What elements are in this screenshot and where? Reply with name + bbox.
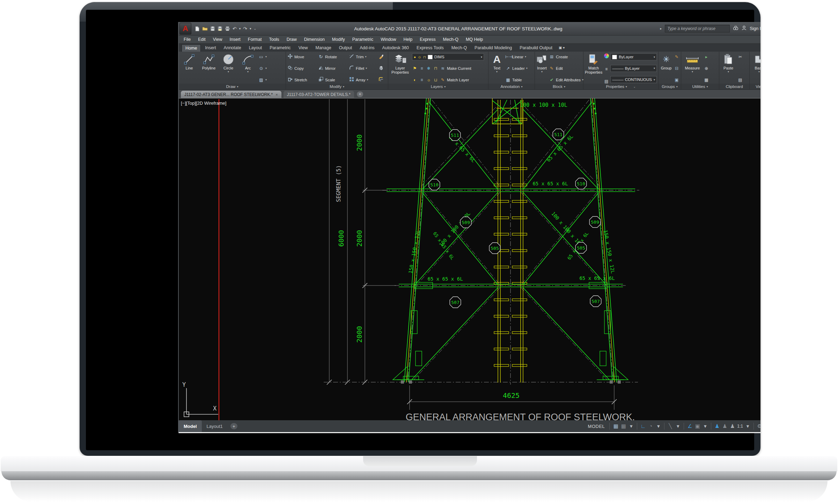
menu-dimension[interactable]: Dimension <box>304 37 325 42</box>
erase-icon[interactable] <box>378 54 384 60</box>
layer-freeze-icon[interactable]: ≡ <box>419 66 425 71</box>
leader-caret-icon[interactable]: ▾ <box>526 67 528 70</box>
edit-attributes-button[interactable]: ✔Edit Attributes▾ <box>549 76 583 83</box>
ribbon-tab-autodesk-360[interactable]: Autodesk 360 <box>379 44 412 52</box>
snap-caret-icon[interactable]: ▾ <box>628 422 634 431</box>
ribbon-tab-annotate[interactable]: Annotate <box>220 44 245 52</box>
rectangle-icon[interactable]: ▭ <box>258 54 264 59</box>
menu-modify[interactable]: Modify <box>332 37 345 42</box>
ribbon-tab-manage[interactable]: Manage <box>312 44 335 52</box>
isodraft-icon[interactable]: ╲ <box>667 422 673 431</box>
user-icon[interactable] <box>742 25 747 32</box>
copy-button[interactable]: Copy <box>287 65 317 72</box>
workspace-gear-icon[interactable]: ⚙ <box>757 422 760 431</box>
qat-menu-icon[interactable]: ⌄ <box>254 27 257 30</box>
object-snap-icon[interactable]: ▣ <box>694 422 700 431</box>
file-tab-active[interactable]: J1117-02-AT3 GENER... ROOF STEELWORK.* × <box>181 91 281 98</box>
ribbon-tab-insert[interactable]: Insert <box>201 44 219 52</box>
panel-title-layers[interactable]: Layers▾ <box>388 84 488 89</box>
menu-tools[interactable]: Tools <box>269 37 279 42</box>
menu-parametric[interactable]: Parametric <box>352 37 373 42</box>
layer-unisolate-icon[interactable]: ◐ <box>412 77 418 82</box>
circle-caret-icon[interactable]: ▾ <box>228 70 229 73</box>
panel-title-utilities[interactable]: Utilities▾ <box>681 84 719 89</box>
properties-launcher-icon[interactable]: ⌄ <box>633 85 636 88</box>
menu-draw[interactable]: Draw <box>287 37 297 42</box>
panel-title-block[interactable]: Block▾ <box>535 84 583 89</box>
scale-button[interactable]: Scale <box>318 76 348 83</box>
layer-lock-icon[interactable]: ⊓ <box>433 66 439 71</box>
save-as-icon[interactable] <box>218 26 222 31</box>
rectangle-caret-icon[interactable]: ▾ <box>265 55 267 58</box>
file-tab-2[interactable]: J1117-03-AT2-TOWER DETAILS.* <box>284 91 354 98</box>
linetype-icon[interactable]: ▤ <box>604 80 608 83</box>
search-expand-icon[interactable]: ▸ <box>660 27 662 30</box>
mirror-button[interactable]: Mirror <box>318 65 348 72</box>
snap-grid-icon[interactable]: ▦ <box>620 422 626 431</box>
base-button[interactable]: Base▾ <box>751 53 760 84</box>
viewcube[interactable]: ⌂ N W E S ▾ ▴ ▸ ◂ TOP ▾ WCS▾ <box>760 102 760 172</box>
group-edit-icon[interactable]: ✎ <box>674 54 679 59</box>
layer-properties-button[interactable]: Layer Properties <box>390 53 411 84</box>
osnap-angle-icon[interactable]: ∠ <box>687 422 693 431</box>
offset-icon[interactable] <box>378 77 384 83</box>
make-current-button[interactable]: Make Current <box>447 66 471 71</box>
table-button[interactable]: ▦Table <box>505 76 528 83</box>
menu-mq-help[interactable]: MQ Help <box>466 37 483 42</box>
panel-title-groups[interactable]: Groups▾ <box>659 84 681 89</box>
color-caret-icon[interactable]: ▾ <box>654 55 655 59</box>
edit-block-button[interactable]: ✎Edit <box>549 65 583 72</box>
quick-select-icon[interactable]: ▸ <box>704 54 709 59</box>
open-file-icon[interactable] <box>202 26 208 31</box>
id-point-icon[interactable]: ⊕ <box>704 66 709 71</box>
file-tab-close-icon[interactable]: × <box>275 92 278 97</box>
annotation-autoscale-icon[interactable]: ♟ <box>722 422 728 431</box>
undo-icon[interactable]: ↶ <box>233 26 237 31</box>
ungroup-icon[interactable]: ⊟ <box>674 66 679 71</box>
polar-tracking-icon[interactable]: ◔ <box>648 422 654 431</box>
paste-button[interactable]: Paste▾ <box>721 53 736 84</box>
ribbon-tab-parabuild-modeling[interactable]: Parabuild Modeling <box>471 44 515 52</box>
ribbon-tab-view[interactable]: View <box>295 44 311 52</box>
stretch-button[interactable]: Stretch <box>287 76 317 83</box>
menu-insert[interactable]: Insert <box>230 37 241 42</box>
layer-isolate-icon[interactable]: ⚑ <box>412 66 418 71</box>
new-layout-button[interactable]: + <box>230 423 237 429</box>
lineweight-caret-icon[interactable]: ▾ <box>654 67 655 70</box>
annotation-scale-icon[interactable]: ♟ <box>729 422 735 431</box>
ribbon-tab-home[interactable]: Home <box>182 44 201 52</box>
text-button[interactable]: A Text▾ <box>490 53 504 84</box>
match-layer-icon[interactable]: ✎ <box>440 77 446 82</box>
ribbon-tab-mech-q[interactable]: Mech-Q <box>448 44 470 52</box>
group-button[interactable]: ✳ Group <box>660 53 672 84</box>
cut-icon[interactable]: ✂ <box>737 54 743 59</box>
hatch-caret-icon[interactable]: ▾ <box>265 78 267 81</box>
match-properties-button[interactable]: Match Properties <box>585 53 602 84</box>
layout1-tab[interactable]: Layout1 <box>202 420 228 432</box>
arc-caret-icon[interactable]: ▾ <box>247 70 249 73</box>
explode-icon[interactable] <box>378 65 384 72</box>
layer-thaw-all-icon[interactable]: ≡ <box>419 77 425 82</box>
model-space-badge[interactable]: MODEL <box>588 424 605 429</box>
scale-caret-icon[interactable]: ▾ <box>745 422 751 431</box>
move-button[interactable]: Move <box>287 53 317 60</box>
array-caret-icon[interactable]: ▾ <box>367 78 368 81</box>
circle-button[interactable]: Circle▾ <box>219 53 237 84</box>
panel-title-draw[interactable]: Draw▾ <box>179 84 286 89</box>
isodraft-caret-icon[interactable]: ▾ <box>675 422 681 431</box>
leader-button[interactable]: ↗Leader▾ <box>505 65 528 72</box>
measure-button[interactable]: Measure▾ <box>683 53 702 84</box>
layer-dropdown-caret-icon[interactable]: ▾ <box>481 55 482 59</box>
group-select-icon[interactable]: ▣ <box>674 77 679 82</box>
linetype-dropdown[interactable]: ———CONTINUOUS▾ <box>610 76 657 83</box>
ellipse-caret-icon[interactable]: ▾ <box>265 67 267 70</box>
autocad-logo-icon[interactable]: A <box>179 23 191 35</box>
linear-dimension-button[interactable]: ⊢⊣Linear▾ <box>505 53 528 60</box>
layer-dropdown[interactable]: ● ☼ ⊓ DIMS ▾ <box>412 53 484 60</box>
arc-button[interactable]: Arc▾ <box>239 53 257 84</box>
line-button[interactable]: Line <box>180 53 198 84</box>
lineweight-icon[interactable]: ≡ <box>605 67 608 71</box>
polyline-button[interactable]: Polyline <box>200 53 218 84</box>
new-drawing-tab-button[interactable]: + <box>357 91 363 97</box>
viewport-controls[interactable]: [−][Top][2D Wireframe] <box>181 101 226 106</box>
